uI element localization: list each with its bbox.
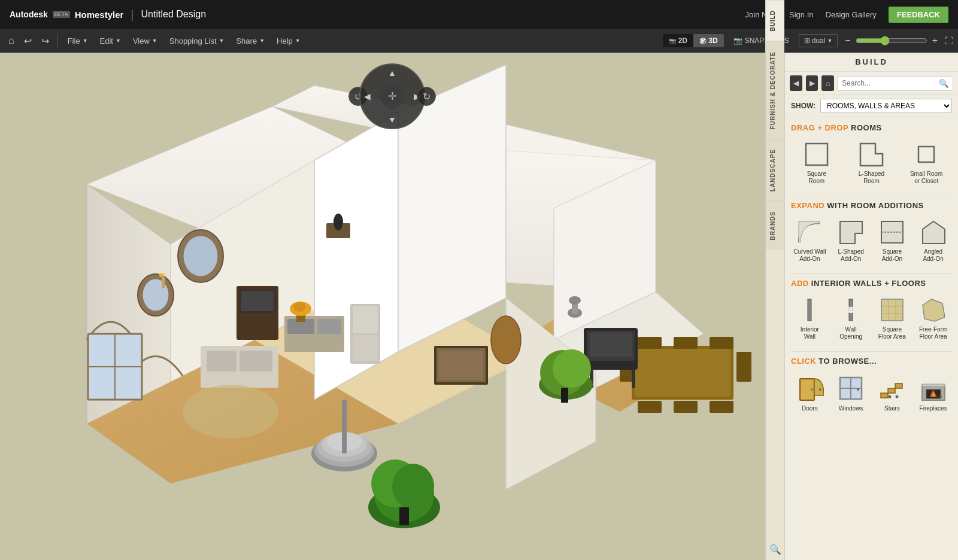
l-shaped-room-item[interactable]: L-ShapedRoom <box>846 138 898 187</box>
panel-toolbar: ◀ ▶ ⌂ 🔍 <box>785 72 958 95</box>
angled-addon-label: AngledAdd-On <box>923 248 943 263</box>
doors-item[interactable]: Doors <box>791 372 829 414</box>
stairs-item[interactable]: Stairs <box>874 372 911 414</box>
additions-grid: Curved WallAdd-On L-ShapedAdd-On <box>791 216 952 265</box>
interior-wall-label: InteriorWall <box>801 326 819 340</box>
wall-opening-item[interactable]: WallOpening <box>832 294 870 343</box>
svg-rect-61 <box>710 337 733 349</box>
divider-3 <box>791 351 952 352</box>
help-menu-arrow: ▼ <box>295 38 301 44</box>
top-header: Autodesk BETA Homestyler | Untitled Desi… <box>0 0 958 29</box>
windows-icon <box>836 374 865 403</box>
curved-wall-shape <box>796 218 823 246</box>
svg-rect-62 <box>638 401 662 413</box>
panel-back-button[interactable]: ◀ <box>790 75 802 91</box>
edit-menu-arrow: ▼ <box>116 38 121 44</box>
panel-forward-button[interactable]: ▶ <box>806 75 818 91</box>
feedback-button[interactable]: FEEDBACK <box>889 7 948 23</box>
rooms-grid: SquareRoom L-ShapedRoom <box>791 138 952 187</box>
main-area: ↺ ▲ ▼ ◀ ▶ ✛ ↻ <box>0 53 958 560</box>
edit-menu[interactable]: Edit ▼ <box>95 34 126 48</box>
small-room-shape <box>912 141 940 168</box>
l-shaped-addon-item[interactable]: L-ShapedAdd-On <box>832 216 870 265</box>
wall-opening-shape <box>837 296 865 324</box>
square-floor-shape <box>878 296 906 324</box>
zoom-controls: − + <box>842 35 940 46</box>
interior-wall-item[interactable]: InteriorWall <box>791 294 829 343</box>
expand-rooms-title: EXPAND WITH ROOM ADDITIONS <box>791 201 952 210</box>
share-menu[interactable]: Share ▼ <box>231 34 269 48</box>
view-2d-button[interactable]: 📷 2D <box>663 34 693 47</box>
pan-center-button[interactable]: ✛ <box>380 84 404 108</box>
shopping-list-menu[interactable]: Shopping List ▼ <box>165 34 229 48</box>
title-separator: | <box>131 8 134 22</box>
svg-point-35 <box>293 302 305 312</box>
svg-point-106 <box>895 395 898 398</box>
svg-point-21 <box>183 236 218 276</box>
fireplaces-icon <box>919 374 948 403</box>
svg-point-53 <box>392 464 434 509</box>
svg-rect-32 <box>353 335 378 361</box>
panel-home-button[interactable]: ⌂ <box>821 75 834 91</box>
small-room-label: Small Roomor Closet <box>910 171 942 185</box>
logo-brand: Autodesk <box>10 10 48 19</box>
help-menu[interactable]: Help ▼ <box>272 34 305 48</box>
fullscreen-button[interactable]: ⛶ <box>945 36 953 45</box>
undo-button[interactable]: ↩ <box>20 33 35 49</box>
share-menu-arrow: ▼ <box>259 38 265 44</box>
show-dropdown[interactable]: ROOMS, WALLS & AREAS <box>820 99 952 113</box>
design-gallery-link[interactable]: Design Gallery <box>826 10 877 19</box>
windows-item[interactable]: Windows <box>832 372 870 414</box>
furnish-decorate-vertical-tab[interactable]: FURNISH & DECORATE <box>766 41 784 139</box>
angled-addon-item[interactable]: AngledAdd-On <box>914 216 952 265</box>
brands-vertical-tab[interactable]: BRANDS <box>766 201 784 250</box>
view-3d-button[interactable]: 🎲 3D <box>693 34 724 47</box>
curved-wall-item[interactable]: Curved WallAdd-On <box>791 216 829 265</box>
svg-point-107 <box>888 395 891 398</box>
build-tab-header: BUILD <box>785 53 958 72</box>
square-addon-shape <box>878 218 906 246</box>
svg-rect-86 <box>808 299 811 321</box>
file-menu[interactable]: File ▼ <box>63 34 93 48</box>
svg-rect-29 <box>317 319 341 334</box>
panel-search-button[interactable]: 🔍 <box>935 77 953 90</box>
search-icon-tab[interactable]: 🔍 <box>766 539 784 560</box>
svg-rect-104 <box>888 388 895 393</box>
home-button[interactable]: ⌂ <box>5 33 18 48</box>
view-menu[interactable]: View ▼ <box>128 34 162 48</box>
file-menu-arrow: ▼ <box>83 38 88 44</box>
landscape-vertical-tab[interactable]: LANDSCAPE <box>766 139 784 201</box>
pan-control[interactable]: ▲ ▼ ◀ ▶ ✛ <box>359 63 425 129</box>
panel-search-input[interactable] <box>838 77 935 90</box>
main-toolbar: ⌂ ↩ ↪ File ▼ Edit ▼ View ▼ Shopping List… <box>0 29 958 53</box>
zoom-slider[interactable] <box>856 36 927 45</box>
square-addon-item[interactable]: SquareAdd-On <box>874 216 911 265</box>
pan-up-button[interactable]: ▲ <box>388 68 396 78</box>
fireplaces-item[interactable]: Fireplaces <box>914 372 952 414</box>
svg-rect-56 <box>635 349 730 397</box>
shopping-menu-arrow: ▼ <box>219 38 225 44</box>
square-room-item[interactable]: SquareRoom <box>791 138 842 187</box>
svg-point-77 <box>491 316 521 364</box>
rotate-right-button[interactable]: ↻ <box>417 87 436 106</box>
pan-down-button[interactable]: ▼ <box>388 115 396 124</box>
build-vertical-tab[interactable]: BUILD <box>766 0 784 41</box>
freeform-floor-item[interactable]: Free-FormFloor Area <box>914 294 952 343</box>
zoom-out-button[interactable]: − <box>842 35 853 46</box>
redo-button[interactable]: ↪ <box>38 33 53 49</box>
fireplaces-label: Fireplaces <box>920 405 947 412</box>
square-floor-item[interactable]: SquareFloor Area <box>874 294 911 343</box>
3d-viewport[interactable]: ↺ ▲ ▼ ◀ ▶ ✛ ↻ <box>0 53 784 560</box>
dual-icon: ⊞ <box>804 36 810 45</box>
logo-product: Homestyler <box>75 10 124 20</box>
dual-view-button[interactable]: ⊞ dual ▼ <box>799 34 838 47</box>
doors-label: Doors <box>802 405 818 412</box>
toolbar-separator-1 <box>57 34 58 48</box>
pan-left-button[interactable]: ◀ <box>364 92 371 101</box>
zoom-in-button[interactable]: + <box>930 35 940 46</box>
interior-grid: InteriorWall WallOpening <box>791 294 952 343</box>
svg-rect-103 <box>881 393 888 398</box>
sign-in-link[interactable]: Sign In <box>789 10 813 19</box>
l-shaped-room-shape <box>857 141 885 168</box>
small-room-item[interactable]: Small Roomor Closet <box>901 138 952 187</box>
